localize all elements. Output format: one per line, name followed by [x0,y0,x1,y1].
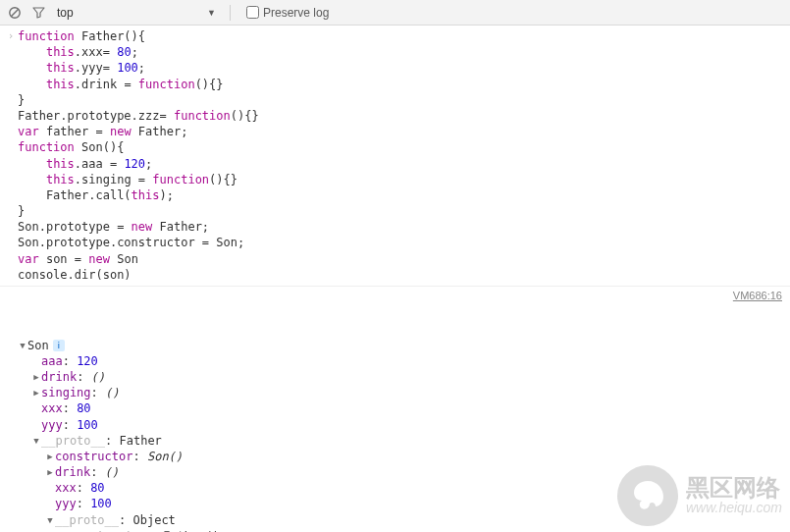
property-separator: : [91,385,105,400]
code-token: ; [132,45,138,59]
code-token: .drink = [75,78,138,91]
tree-node[interactable]: ▶aaa: 120 [18,353,768,369]
code-token: } [18,93,25,107]
property-separator: : [63,400,77,416]
input-marker-icon: › [4,28,18,44]
property-name: constructor [69,528,146,532]
code-token: Father.call( [18,188,132,202]
property-separator: : [63,417,77,433]
expand-arrow-icon[interactable]: ▶ [45,451,55,462]
code-token: this [46,173,75,186]
code-token: this [46,157,75,171]
code-token: this [46,61,75,75]
tree-node[interactable]: ▶singing: () [18,385,768,400]
property-value: 80 [77,400,90,416]
context-selector-label: top [57,6,74,20]
tree-root[interactable]: ▼Soni [18,338,768,353]
code-token: Son.prototype = [18,220,132,234]
property-separator: : [119,512,132,528]
tree-node[interactable]: ▶drink: () [18,464,768,480]
code-token: .aaa = [75,157,125,171]
tree-node[interactable]: ▶constructor: Son() [18,449,768,464]
console-output-row: VM686:16 ▼Soni▶aaa: 120▶drink: ()▶singin… [0,287,790,532]
property-name: yyy [41,417,63,433]
code-token [18,78,46,91]
code-token: father = [39,125,110,138]
property-separator: : [90,464,104,480]
chevron-down-icon: ▼ [207,8,216,18]
tree-root-label: Son [27,338,49,353]
arrow-spacer: ▶ [31,402,41,414]
code-token [18,173,46,186]
source-link[interactable]: VM686:16 [733,289,782,303]
code-token: Father(){ [75,29,145,43]
arrow-spacer: ▶ [31,419,41,431]
property-name: constructor [55,449,132,464]
code-token: this [132,188,160,202]
preserve-log-checkbox[interactable] [246,6,259,19]
code-token: (){} [195,78,224,91]
tree-node[interactable]: ▶drink: () [18,369,768,385]
preserve-log-toggle[interactable]: Preserve log [246,6,329,20]
property-value: 100 [77,417,98,433]
expand-arrow-icon[interactable]: ▶ [31,387,41,399]
code-token: son = [39,252,89,266]
code-token: this [46,78,75,91]
code-token: function [152,173,209,186]
code-token: .singing = [75,173,152,186]
code-token: function [174,109,231,123]
code-token: new [132,220,153,234]
property-value: Object [132,512,175,528]
code-token: (){} [231,109,259,123]
property-name: __proto__ [41,433,105,449]
property-value: 120 [77,353,98,369]
property-separator: : [132,449,146,464]
code-token: new [88,252,110,266]
code-token: function [18,140,75,154]
expand-arrow-icon[interactable]: ▼ [18,340,27,351]
code-token: function [138,78,195,91]
tree-node[interactable]: ▼__proto__: Object [18,512,768,528]
tree-node[interactable]: ▶xxx: 80 [18,480,768,496]
code-token [18,157,46,171]
code-content[interactable]: function Father(){ this.xxx= 80; this.yy… [18,28,768,283]
property-separator: : [77,369,90,385]
tree-node[interactable]: ▶yyy: 100 [18,417,768,433]
code-token [18,61,46,75]
console-body[interactable]: › function Father(){ this.xxx= 80; this.… [0,26,790,532]
tree-node[interactable]: ▼__proto__: Father [18,433,768,449]
property-name: xxx [55,480,77,496]
code-token: new [110,125,132,138]
context-selector[interactable]: top ▼ [53,4,220,22]
code-token: Son.prototype.constructor = Son; [18,236,244,249]
expand-arrow-icon[interactable]: ▶ [31,371,41,383]
info-badge-icon[interactable]: i [53,340,65,351]
code-token: Son(){ [75,140,125,154]
code-token: var [18,252,39,266]
tree-node[interactable]: ▶yyy: 100 [18,496,768,511]
property-separator: : [77,496,90,511]
code-token: ); [160,188,174,202]
filter-icon[interactable] [29,4,47,22]
property-value: Father() [161,528,218,532]
code-token: .yyy= [75,61,117,75]
code-token: 120 [124,157,145,171]
console-toolbar: top ▼ Preserve log [0,0,790,26]
property-separator: : [63,353,77,369]
property-value: 80 [90,480,104,496]
property-value: () [105,464,119,480]
property-separator: : [105,433,119,449]
code-token: var [18,125,39,138]
code-token: 100 [117,61,138,75]
expand-arrow-icon[interactable]: ▼ [31,435,41,447]
clear-console-icon[interactable] [6,4,24,22]
expand-arrow-icon[interactable]: ▶ [45,466,55,478]
tree-node[interactable]: ▶constructor: Father() [18,528,768,532]
output-content: VM686:16 ▼Soni▶aaa: 120▶drink: ()▶singin… [18,290,768,532]
property-name: singing [41,385,91,400]
code-token: (){} [209,173,237,186]
expand-arrow-icon[interactable]: ▼ [45,514,55,526]
code-token: this [46,45,75,59]
property-name: xxx [41,400,63,416]
tree-node[interactable]: ▶xxx: 80 [18,400,768,416]
